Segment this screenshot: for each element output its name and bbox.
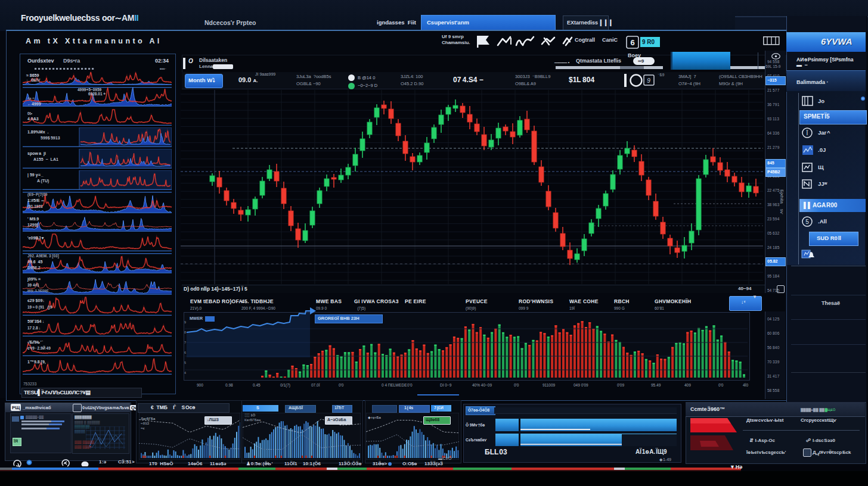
svg-text:5: 5 <box>805 219 809 225</box>
svg-text:Ї: Ї <box>807 130 808 136</box>
